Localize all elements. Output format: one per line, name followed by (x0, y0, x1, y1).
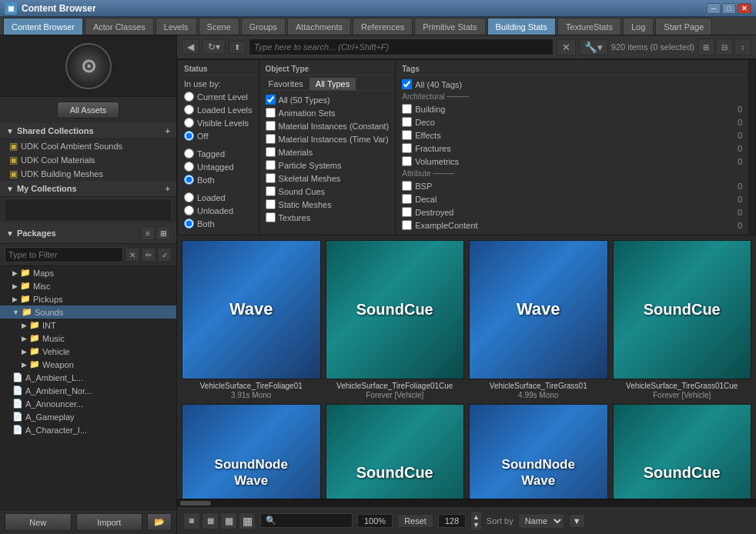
status-loaded-levels[interactable]: Loaded Levels (181, 103, 256, 116)
collection-item[interactable]: ▣ UDK Building Meshes (0, 167, 176, 181)
tree-item-ambient-nor[interactable]: 📄 A_Ambient_Nor... (0, 384, 176, 397)
tree-item-sounds[interactable]: ▼ 📁 Sounds (0, 305, 176, 319)
tree-item-misc[interactable]: ▶ 📁 Misc (0, 279, 176, 292)
thumb-size-4[interactable]: ▦ (239, 512, 256, 529)
thumb-size-1[interactable]: ▦ (183, 512, 200, 529)
tab-primitive-stats[interactable]: Primitive Stats (414, 18, 485, 35)
status-unloaded[interactable]: Unloaded (181, 204, 256, 217)
thumb-size-2[interactable]: ▦ (202, 512, 219, 529)
filter-button[interactable]: 🔧▾ (579, 39, 608, 55)
collapse-button[interactable]: ⬆ (229, 41, 246, 54)
obj-materials[interactable]: Materials (263, 145, 393, 159)
tab-log[interactable]: Log (623, 18, 654, 35)
sort-select[interactable]: Name (518, 513, 564, 529)
tab-levels[interactable]: Levels (156, 18, 197, 35)
asset-item-7[interactable]: SoundCue VehicleSurface_TireMud01Cue For… (613, 404, 752, 499)
reset-button[interactable]: Reset (397, 514, 433, 528)
minimize-button[interactable]: ─ (707, 3, 721, 14)
maximize-button[interactable]: □ (722, 3, 736, 14)
status-tagged[interactable]: Tagged (181, 147, 256, 160)
confirm-filter-button[interactable]: ✓ (158, 248, 172, 262)
close-button[interactable]: ✕ (738, 3, 751, 14)
status-off[interactable]: Off (181, 129, 256, 142)
tab-content-browser[interactable]: Content Browser (3, 18, 83, 35)
thumb-size-3[interactable]: ▦ (220, 512, 237, 529)
asset-item-1[interactable]: SoundCue VehicleSurface_TireFoliage01Cue… (326, 240, 465, 399)
tag-building[interactable]: Building0 (399, 102, 745, 115)
tree-item-music[interactable]: ▶ 📁 Music (0, 332, 176, 345)
tab-actor-classes[interactable]: Actor Classes (85, 18, 154, 35)
shared-collections-header[interactable]: ▼ Shared Collections + (0, 123, 176, 139)
tab-attachments[interactable]: Attachments (287, 18, 351, 35)
obj-sound-cues[interactable]: Sound Cues (263, 185, 393, 198)
open-folder-button[interactable]: 📂 (147, 513, 172, 531)
tab-building-stats[interactable]: Building Stats (487, 18, 556, 35)
tag-fractures[interactable]: Fractures0 (399, 142, 745, 155)
obj-tab-favorites[interactable]: Favorites (263, 78, 309, 90)
obj-textures[interactable]: Textures (263, 211, 393, 224)
tab-references[interactable]: References (353, 18, 413, 35)
tree-item-gameplay[interactable]: 📄 A_Gameplay (0, 410, 176, 423)
tag-effects[interactable]: Effects0 (399, 128, 745, 142)
obj-skeletal[interactable]: Skeletal Meshes (263, 172, 393, 185)
collection-item[interactable]: ▣ UDK Cool Materials (0, 153, 176, 167)
obj-static-meshes[interactable]: Static Meshes (263, 198, 393, 211)
tree-item-pickups[interactable]: ▶ 📁 Pickups (0, 292, 176, 305)
obj-particles[interactable]: Particle Systems (263, 159, 393, 172)
tag-decal[interactable]: Decal0 (399, 192, 745, 205)
asset-item-5[interactable]: SoundCue VehicleSurface_TireMetal01Cue F… (326, 404, 465, 499)
view-btn-3[interactable]: ↕ (734, 38, 751, 55)
status-both-2[interactable]: Both (181, 217, 256, 230)
scrollbar-thumb[interactable] (180, 501, 211, 506)
tree-item-ambient-l[interactable]: 📄 A_Ambient_L... (0, 371, 176, 384)
status-both-1[interactable]: Both (181, 173, 256, 186)
asset-item-2[interactable]: Wave VehicleSurface_TireGrass01 4.99s Mo… (469, 240, 608, 399)
status-loaded[interactable]: Loaded (181, 191, 256, 204)
packages-filter-input[interactable] (5, 247, 123, 262)
tag-deco[interactable]: Deco0 (399, 115, 745, 128)
tag-examplecontent[interactable]: ExampleContent0 (399, 219, 745, 232)
clear-search-button[interactable]: ✕ (557, 39, 576, 55)
tab-groups[interactable]: Groups (241, 18, 286, 35)
forward-button[interactable]: ↻▾ (202, 39, 226, 55)
my-collections-input[interactable] (5, 199, 172, 222)
tag-destroyed[interactable]: Destroyed0 (399, 205, 745, 219)
edit-filter-button[interactable]: ✏ (142, 248, 156, 262)
new-button[interactable]: New (5, 513, 72, 531)
asset-item-4[interactable]: SoundNodeWave VehicleSurface_TireMetal01… (182, 404, 321, 499)
asset-item-6[interactable]: SoundNodeWave VehicleSurface_TireMud01 5… (469, 404, 608, 499)
packages-tree-view[interactable]: ⊞ (156, 226, 170, 240)
tree-item-int[interactable]: ▶ 📁 INT (0, 319, 176, 332)
obj-tab-all-types[interactable]: All Types (309, 78, 356, 90)
asset-item-0[interactable]: Wave VehicleSurface_TireFoliage01 3.91s … (182, 240, 321, 399)
packages-list-view[interactable]: ≡ (141, 226, 155, 240)
tab-texture-stats[interactable]: TextureStats (557, 18, 621, 35)
obj-all[interactable]: All (50 Types) (263, 93, 393, 106)
tree-item-vehicle[interactable]: ▶ 📁 Vehicle (0, 345, 176, 358)
shared-collections-add-button[interactable]: + (166, 126, 170, 135)
import-button[interactable]: Import (76, 513, 143, 531)
my-collections-header[interactable]: ▼ My Collections + (0, 181, 176, 197)
status-untagged[interactable]: Untagged (181, 160, 256, 173)
status-current-level[interactable]: Current Level (181, 90, 256, 103)
status-visible-levels[interactable]: Visible Levels (181, 116, 256, 129)
tag-all[interactable]: All (40 Tags) (399, 78, 745, 91)
tag-bsp[interactable]: BSP0 (399, 179, 745, 192)
obj-mat-const[interactable]: Material Instances (Constant) (263, 119, 393, 132)
tag-volumetrics[interactable]: Volumetrics0 (399, 155, 745, 168)
sort-direction-button[interactable]: ▼ (569, 514, 585, 528)
tree-item-maps[interactable]: ▶ 📁 Maps (0, 266, 176, 279)
tree-item-character-i[interactable]: 📄 A_Character_I... (0, 423, 176, 436)
horizontal-scrollbar[interactable] (177, 499, 756, 506)
clear-filter-button[interactable]: ✕ (125, 248, 139, 262)
packages-header[interactable]: ▼ Packages ≡ ⊞ (0, 223, 176, 244)
obj-anim[interactable]: Animation Sets (263, 106, 393, 119)
obj-mat-timevar[interactable]: Material Instances (Time Var) (263, 132, 393, 145)
view-btn-1[interactable]: ⊞ (697, 38, 714, 55)
my-collections-add-button[interactable]: + (166, 184, 170, 193)
back-button[interactable]: ◀ (182, 39, 199, 55)
collection-item[interactable]: ▣ UDK Cool Ambient Sounds (0, 139, 176, 153)
size-input[interactable] (438, 514, 466, 528)
tree-item-weapon[interactable]: ▶ 📁 Weapon (0, 358, 176, 371)
tree-item-announcer[interactable]: 📄 A_Announcer... (0, 397, 176, 410)
